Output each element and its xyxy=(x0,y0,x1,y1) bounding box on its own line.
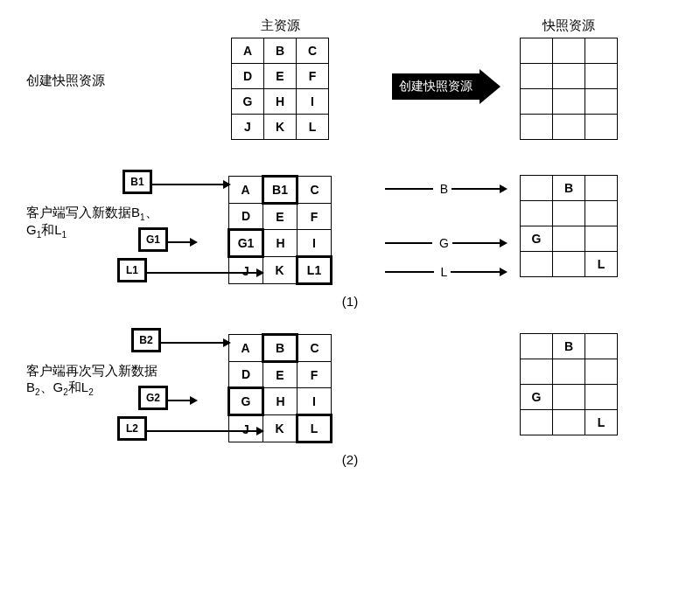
input-box: G2 xyxy=(138,386,168,410)
grid-cell: L1 xyxy=(298,257,332,284)
grid-cell xyxy=(521,359,553,385)
grid-cell xyxy=(585,334,618,359)
grid-cell xyxy=(521,115,553,140)
grid-cell xyxy=(553,201,585,226)
grid-cell: B xyxy=(264,38,297,64)
columns-header: 主资源 快照资源 xyxy=(26,17,674,34)
grid-cell xyxy=(585,201,618,226)
grid-cell: H xyxy=(264,89,297,115)
figure-label-1: (1) xyxy=(26,294,674,309)
grid-cell xyxy=(521,252,553,277)
grid-cell xyxy=(521,334,553,359)
grid-cell xyxy=(585,89,618,115)
grid-cell xyxy=(521,64,553,89)
figure-label-2: (2) xyxy=(26,452,674,467)
grid-cell: G xyxy=(521,385,553,410)
grid-cell xyxy=(553,359,585,385)
grid-cell: B xyxy=(263,335,298,362)
grid-cell: L xyxy=(585,252,618,277)
grid-cell: D xyxy=(232,64,264,89)
grid-cell xyxy=(553,385,585,410)
grid-cell xyxy=(521,201,553,226)
grid-cell: G1 xyxy=(229,230,263,257)
grid-cell: I xyxy=(298,230,332,257)
input-box: G1 xyxy=(138,227,168,252)
grid-cell: L xyxy=(297,115,329,140)
header-snap: 快照资源 xyxy=(508,17,630,34)
grid-cell xyxy=(521,38,553,64)
grid-cell xyxy=(585,64,618,89)
step2-row: 客户端写入新数据B1、G1和L1 B1G1L1 AB1CDEFG1HIJKL1 … xyxy=(26,175,674,285)
grid-cell: I xyxy=(297,89,329,115)
grid-cell: L xyxy=(298,415,332,442)
grid-cell xyxy=(521,176,553,201)
input-arrow xyxy=(161,338,231,347)
step1-label: 创建快照资源 xyxy=(26,38,175,89)
grid-cell: H xyxy=(263,230,298,257)
grid-cell xyxy=(585,115,618,140)
transfer-arrow: B xyxy=(385,182,508,196)
grid-cell xyxy=(553,410,585,435)
input-arrow xyxy=(147,427,264,435)
input-arrow xyxy=(168,238,198,247)
grid-cell: H xyxy=(263,388,298,415)
grid-cell: E xyxy=(264,64,297,89)
step1-snap-grid xyxy=(520,38,618,140)
transfer-arrow: L xyxy=(385,265,508,279)
grid-cell: B xyxy=(553,334,585,359)
grid-cell: C xyxy=(298,177,332,204)
grid-cell xyxy=(553,226,585,252)
grid-cell xyxy=(553,64,585,89)
grid-cell: E xyxy=(263,204,298,230)
grid-cell: B1 xyxy=(263,177,298,204)
input-arrow xyxy=(168,396,198,405)
grid-cell: C xyxy=(298,335,332,362)
grid-cell xyxy=(553,115,585,140)
grid-cell xyxy=(553,89,585,115)
input-box: L1 xyxy=(117,258,147,282)
grid-cell: B xyxy=(553,176,585,201)
create-snapshot-arrow: 创建快照资源 xyxy=(392,69,500,104)
grid-cell: F xyxy=(298,362,332,388)
step1-row: 创建快照资源 ABCDEFGHIJKL 创建快照资源 xyxy=(26,38,674,140)
grid-cell: E xyxy=(263,362,298,388)
grid-cell xyxy=(521,89,553,115)
grid-cell xyxy=(585,226,618,252)
input-box: L2 xyxy=(117,416,147,441)
grid-cell: A xyxy=(229,177,263,204)
step3-snap-grid: BGL xyxy=(520,333,618,435)
input-box: B1 xyxy=(122,170,152,194)
grid-cell xyxy=(585,359,618,385)
step1-main-grid: ABCDEFGHIJKL xyxy=(231,38,329,140)
grid-cell: L xyxy=(585,410,618,435)
arrow-text: 创建快照资源 xyxy=(392,73,480,100)
grid-cell xyxy=(553,252,585,277)
grid-cell: K xyxy=(263,257,298,284)
grid-cell: J xyxy=(232,115,264,140)
grid-cell xyxy=(585,176,618,201)
grid-cell: D xyxy=(229,362,263,388)
grid-cell: C xyxy=(297,38,329,64)
header-main: 主资源 xyxy=(175,17,385,34)
grid-cell xyxy=(521,410,553,435)
step3-row: 客户端再次写入新数据B2、G2和L2 B2G2L2 ABCDEFGHIJKL B… xyxy=(26,333,674,443)
grid-cell xyxy=(553,38,585,64)
grid-cell: A xyxy=(229,335,263,362)
grid-cell: I xyxy=(298,388,332,415)
grid-cell: G xyxy=(232,89,264,115)
input-box: B2 xyxy=(131,328,161,352)
grid-cell xyxy=(585,38,618,64)
grid-cell: D xyxy=(229,204,263,230)
grid-cell xyxy=(585,385,618,410)
input-arrow xyxy=(147,268,264,277)
grid-cell: K xyxy=(264,115,297,140)
grid-cell: G xyxy=(229,388,263,415)
input-arrow xyxy=(152,180,231,189)
arrow-head-icon xyxy=(480,69,500,104)
grid-cell: K xyxy=(263,415,298,442)
grid-cell: F xyxy=(298,204,332,230)
step2-snap-grid: BGL xyxy=(520,175,618,277)
grid-cell: A xyxy=(232,38,264,64)
grid-cell: G xyxy=(521,226,553,252)
grid-cell: F xyxy=(297,64,329,89)
